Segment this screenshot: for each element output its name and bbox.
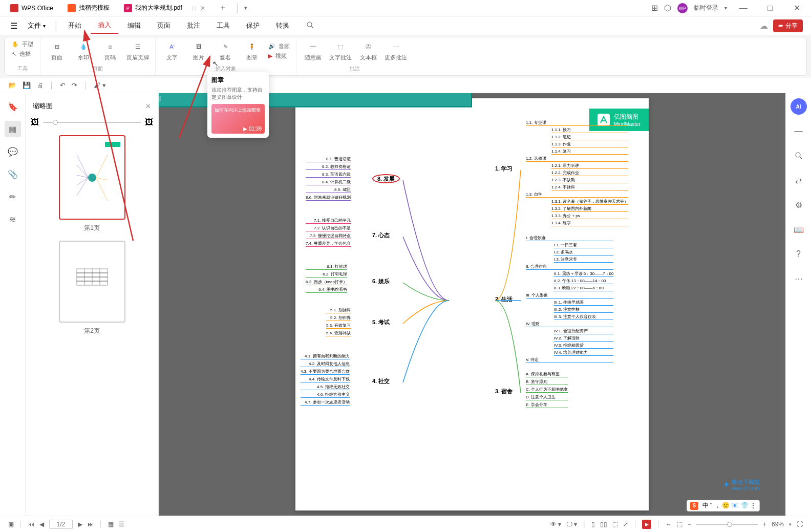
search-icon[interactable] xyxy=(791,147,807,164)
site-watermark: ✦ 极光下载站 www.xz7.com xyxy=(723,478,760,491)
next-page-button[interactable]: ▶ xyxy=(78,521,82,528)
ai-assistant-button[interactable]: AI xyxy=(791,98,807,115)
zoom-level[interactable]: 69% xyxy=(772,521,784,528)
continuous-icon[interactable]: ⬚ xyxy=(612,521,618,528)
minus-icon[interactable]: — xyxy=(791,123,807,139)
tab-close-icon[interactable]: ✕ xyxy=(200,5,205,12)
hamburger-icon[interactable]: ☰ xyxy=(8,19,19,33)
document-view[interactable]: 亿图脑图MindMaster 我的大学规划 8. 发展 8.1. 普通话证 8.… xyxy=(159,93,785,516)
hand-tool[interactable]: ✋ 手型 xyxy=(12,40,33,48)
reading-mode-icon[interactable]: 🖵 ▾ xyxy=(566,521,577,528)
more-icon[interactable]: ⋯ xyxy=(791,270,807,287)
mm-topic-2: 2. 生活 xyxy=(495,295,513,303)
right-rail: AI — ⇄ ⚙ 📖 ? ⋯ xyxy=(785,93,811,516)
grid-view-icon[interactable]: ▦ xyxy=(108,521,114,528)
menu-protect[interactable]: 保护 xyxy=(239,18,267,33)
cursor-icon: ↖ xyxy=(12,51,16,57)
avatar[interactable]: WP xyxy=(677,3,688,13)
attachment-button[interactable]: 📎 xyxy=(5,166,21,182)
cloud-sync-icon[interactable]: ☁ xyxy=(760,21,768,31)
zoom-in-button[interactable]: + xyxy=(763,521,766,528)
hand-icon: ✋ xyxy=(12,41,19,48)
left-rail: 🔖 ▦ 💬 📎 ✏ ≋ xyxy=(0,93,26,516)
thumbnail-title: 缩略图 xyxy=(33,101,53,111)
layout-icon[interactable]: ⊞ xyxy=(651,3,658,13)
share-label: 分享 xyxy=(785,22,798,30)
convert-icon[interactable]: ⇄ xyxy=(791,172,807,188)
cube-icon[interactable]: ⬡ xyxy=(664,3,671,13)
mm-items-7: 7.1. 接受自己的平凡 7.2. 认识自己的不足 7.3. 慢慢挖掘自我特点 … xyxy=(306,216,351,248)
layers-button[interactable]: ≋ xyxy=(5,211,21,227)
page-plus-icon: ⊞ xyxy=(51,40,63,53)
close-button[interactable]: ✕ xyxy=(786,1,807,15)
tab-label: WPS Office xyxy=(22,5,53,12)
tooltip-video[interactable]: 如何在PDF上添加图章 ▶01:39 xyxy=(211,104,265,134)
fullscreen-icon[interactable]: ⛶ xyxy=(797,521,803,528)
two-page-icon[interactable]: ▯▯ xyxy=(600,521,607,528)
prev-page-button[interactable]: ◀ xyxy=(39,521,44,528)
sogou-icon: S xyxy=(690,502,698,510)
tab-close-icon[interactable]: □ xyxy=(193,5,196,12)
fit-icon[interactable]: ⤢ xyxy=(623,521,628,528)
search-button[interactable] xyxy=(298,17,322,34)
view-mode-icon[interactable]: 👁 ▾ xyxy=(550,521,561,528)
share-icon: ➦ xyxy=(778,22,783,29)
text-annot-tool[interactable]: ⬚文字批注 xyxy=(329,40,352,61)
ime-chars: 中 " ， 🙂 📧 👕 ⋮ xyxy=(702,501,756,510)
mm-topic-8: 8. 发展 xyxy=(372,175,400,183)
tab-current-document[interactable]: P 我的大学规划.pdf □ ✕ xyxy=(118,1,211,15)
help-icon[interactable]: ? xyxy=(791,246,807,262)
mm-topic-1: 1. 学习 xyxy=(495,165,513,173)
more-annot-tool[interactable]: ⋯更多批注 xyxy=(385,40,407,61)
tab-docer[interactable]: 找稻壳模板 xyxy=(61,1,116,15)
play-icon: ▶ xyxy=(243,126,247,132)
audio-tool[interactable]: 🔊音频 xyxy=(268,42,290,50)
select-tool[interactable]: ↖ 选择 xyxy=(12,50,31,58)
thumbnail-button[interactable]: ▦ xyxy=(5,121,21,137)
zoom-dropdown-icon[interactable]: ▾ xyxy=(789,522,792,527)
stamp-tool[interactable]: 🧍图章 xyxy=(242,40,262,61)
video-tool[interactable]: ▶视频 xyxy=(268,52,290,60)
share-button[interactable]: ➦ 分享 xyxy=(773,19,803,32)
sidebar-toggle-icon[interactable]: ▣ xyxy=(8,521,14,528)
print-icon[interactable]: 🖨 xyxy=(37,81,44,89)
file-menu[interactable]: 文件 ▾ xyxy=(24,19,50,32)
open-icon[interactable]: 📂 xyxy=(8,81,16,89)
minimize-button[interactable]: — xyxy=(733,1,754,15)
chevron-down-icon: ▾ xyxy=(43,23,46,29)
edit-button[interactable]: ✏ xyxy=(5,188,21,205)
tab-dropdown-icon[interactable]: ▾ xyxy=(244,5,247,11)
comment-button[interactable]: 💬 xyxy=(5,143,21,160)
blank-page-tool[interactable]: ⊞页面 xyxy=(47,40,67,61)
freehand-tool[interactable]: 〰随意画 xyxy=(303,40,323,61)
settings-icon[interactable]: ⚙ xyxy=(791,197,807,213)
last-page-button[interactable]: ⏭ xyxy=(88,521,94,528)
play-button[interactable]: ▶ xyxy=(642,520,651,529)
menu-convert[interactable]: 转换 xyxy=(269,18,296,33)
textbox-tool[interactable]: Ⓐ文本框 xyxy=(358,40,378,61)
login-dropdown-icon[interactable]: ▾ xyxy=(724,5,727,11)
mm-topic-4: 4. 社交 xyxy=(372,377,390,385)
bookmark-button[interactable]: 🔖 xyxy=(5,98,21,115)
zoom-out-button[interactable]: − xyxy=(688,521,691,528)
login-status[interactable]: 临时登录 xyxy=(694,4,718,12)
docer-icon xyxy=(68,4,76,12)
book-icon[interactable]: 📖 xyxy=(791,221,807,238)
list-view-icon[interactable]: ☰ xyxy=(119,521,124,528)
fit-page-icon[interactable]: ⬚ xyxy=(677,521,682,528)
maximize-button[interactable]: □ xyxy=(760,1,780,15)
new-tab-button[interactable]: ＋ xyxy=(214,1,232,15)
tab-wps-office[interactable]: WPS Office xyxy=(4,1,59,15)
save-icon[interactable]: 💾 xyxy=(23,81,31,89)
undo-icon[interactable]: ↶ xyxy=(60,81,66,89)
fit-width-icon[interactable]: ↔ xyxy=(666,521,672,528)
pencil-icon: 〰 xyxy=(307,40,319,53)
ime-toolbar[interactable]: S 中 " ， 🙂 📧 👕 ⋮ xyxy=(687,500,760,512)
video-title: 如何在PDF上添加图章 xyxy=(215,107,262,114)
single-page-icon[interactable]: ▯ xyxy=(591,521,595,528)
zoom-slider[interactable] xyxy=(696,524,758,525)
cursor-icon: ↖ xyxy=(212,59,219,68)
page-indicator[interactable]: 1/2 xyxy=(49,520,73,529)
svg-point-0 xyxy=(307,22,312,27)
first-page-button[interactable]: ⏮ xyxy=(28,521,34,528)
